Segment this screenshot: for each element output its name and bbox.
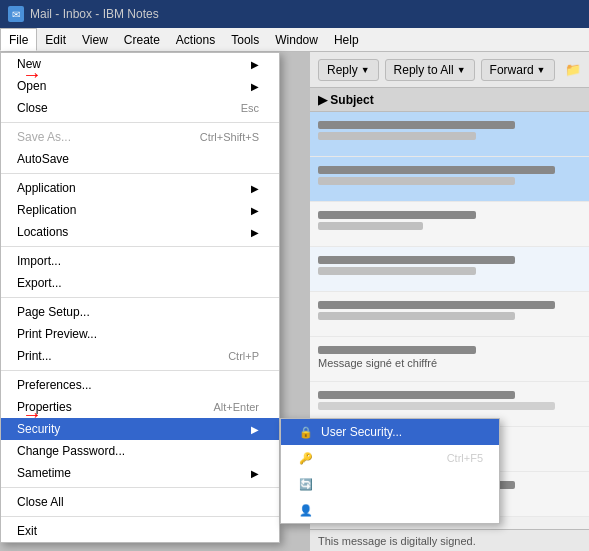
app-icon: ✉ xyxy=(8,6,24,22)
menu-exit[interactable]: Exit xyxy=(1,520,279,542)
subject-column: ▶ Subject xyxy=(318,93,374,107)
menu-change-password[interactable]: Change Password... xyxy=(1,440,279,462)
email-row-6[interactable]: Message signé et chiffré xyxy=(310,337,589,382)
column-header: ▶ Subject xyxy=(310,88,589,112)
switch-id-icon: 🔄 xyxy=(297,476,315,492)
security-submenu: 🔒 User Security... 🔑 Lock Notes ID Ctrl+… xyxy=(280,418,500,524)
window-title: Mail - Inbox - IBM Notes xyxy=(30,7,159,21)
menu-edit[interactable]: Edit xyxy=(37,28,74,51)
separator-7 xyxy=(1,516,279,517)
menu-replication[interactable]: Replication▶ xyxy=(1,199,279,221)
menu-create[interactable]: Create xyxy=(116,28,168,51)
message-signed-text: Message signé et chiffré xyxy=(318,357,581,369)
menu-bar: File Edit View Create Actions Tools Wind… xyxy=(0,28,589,52)
separator-3 xyxy=(1,246,279,247)
menu-save-as[interactable]: Save As...Ctrl+Shift+S xyxy=(1,126,279,148)
menu-file[interactable]: File xyxy=(0,28,37,51)
forward-button[interactable]: Forward ▼ xyxy=(481,59,555,81)
email-row-2[interactable] xyxy=(310,157,589,202)
email-toolbar: Reply ▼ Reply to All ▼ Forward ▼ 📁 xyxy=(310,52,589,88)
forward-label: Forward xyxy=(490,63,534,77)
menu-locations[interactable]: Locations▶ xyxy=(1,221,279,243)
reply-to-all-button[interactable]: Reply to All ▼ xyxy=(385,59,475,81)
menu-open[interactable]: Open▶ xyxy=(1,75,279,97)
separator-4 xyxy=(1,297,279,298)
menu-security[interactable]: Security▶ 🔒 User Security... 🔑 Lock Note… xyxy=(1,418,279,440)
title-bar: ✉ Mail - Inbox - IBM Notes xyxy=(0,0,589,28)
menu-sametime[interactable]: Sametime▶ xyxy=(1,462,279,484)
menu-import[interactable]: Import... xyxy=(1,250,279,272)
file-dropdown: New▶ Open▶ CloseEsc Save As...Ctrl+Shift… xyxy=(0,52,280,543)
submenu-lock-notes-id[interactable]: 🔑 Lock Notes ID Ctrl+F5 xyxy=(281,445,499,471)
reply-to-all-label: Reply to All xyxy=(394,63,454,77)
user-security-icon: 🔒 xyxy=(297,424,315,440)
menu-tools[interactable]: Tools xyxy=(223,28,267,51)
menu-autosave[interactable]: AutoSave xyxy=(1,148,279,170)
switch-user-icon: 👤 xyxy=(297,502,315,518)
menu-preferences[interactable]: Preferences... xyxy=(1,374,279,396)
email-row-4[interactable] xyxy=(310,247,589,292)
email-row-3[interactable] xyxy=(310,202,589,247)
separator-2 xyxy=(1,173,279,174)
folder-icon[interactable]: 📁 xyxy=(565,62,581,77)
menu-help[interactable]: Help xyxy=(326,28,367,51)
file-menu-arrow: → xyxy=(22,63,42,86)
menu-actions[interactable]: Actions xyxy=(168,28,223,51)
menu-export[interactable]: Export... xyxy=(1,272,279,294)
lock-notes-icon: 🔑 xyxy=(297,450,315,466)
menu-window[interactable]: Window xyxy=(267,28,326,51)
separator-1 xyxy=(1,122,279,123)
status-text: This message is digitally signed. xyxy=(318,535,476,547)
menu-close-all[interactable]: Close All xyxy=(1,491,279,513)
menu-view[interactable]: View xyxy=(74,28,116,51)
menu-application[interactable]: Application▶ xyxy=(1,177,279,199)
submenu-switch-id[interactable]: 🔄 Switch ID... xyxy=(281,471,499,497)
menu-print-preview[interactable]: Print Preview... xyxy=(1,323,279,345)
menu-page-setup[interactable]: Page Setup... xyxy=(1,301,279,323)
reply-button[interactable]: Reply ▼ xyxy=(318,59,379,81)
email-row-5[interactable] xyxy=(310,292,589,337)
status-bar: This message is digitally signed. xyxy=(310,529,589,551)
menu-print[interactable]: Print...Ctrl+P xyxy=(1,345,279,367)
menu-new[interactable]: New▶ xyxy=(1,53,279,75)
separator-5 xyxy=(1,370,279,371)
menu-properties[interactable]: PropertiesAlt+Enter xyxy=(1,396,279,418)
submenu-user-security[interactable]: 🔒 User Security... xyxy=(281,419,499,445)
separator-6 xyxy=(1,487,279,488)
email-row-1[interactable] xyxy=(310,112,589,157)
reply-label: Reply xyxy=(327,63,358,77)
security-menu-arrow: → xyxy=(22,403,42,426)
submenu-switch-user[interactable]: 👤 Switch User... xyxy=(281,497,499,523)
menu-close[interactable]: CloseEsc xyxy=(1,97,279,119)
